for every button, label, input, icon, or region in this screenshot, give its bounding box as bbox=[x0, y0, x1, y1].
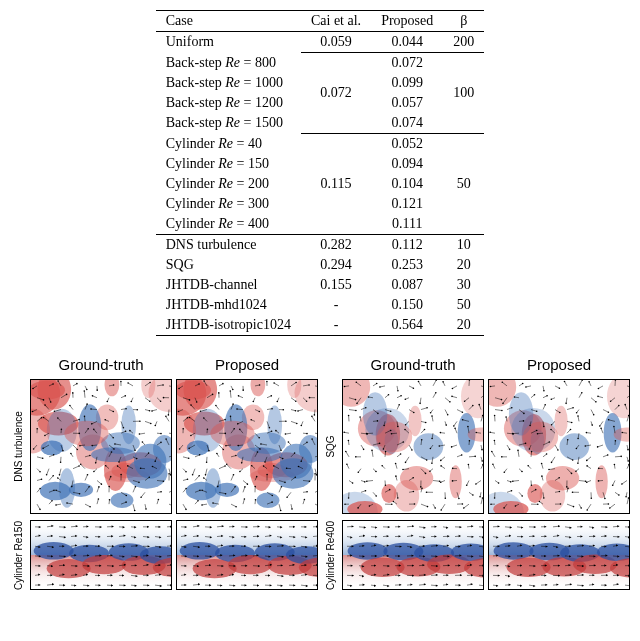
svg-point-1143 bbox=[608, 503, 610, 505]
svg-point-409 bbox=[285, 420, 287, 422]
svg-point-681 bbox=[383, 425, 385, 427]
svg-point-219 bbox=[170, 474, 171, 476]
svg-point-913 bbox=[514, 396, 516, 398]
svg-line-662 bbox=[421, 408, 427, 410]
svg-point-47 bbox=[149, 382, 151, 384]
cell-proposed: 0.074 bbox=[371, 113, 443, 134]
svg-point-987 bbox=[536, 430, 538, 432]
svg-point-1131 bbox=[537, 504, 539, 506]
svg-point-851 bbox=[393, 501, 395, 503]
svg-point-119 bbox=[150, 423, 152, 425]
svg-point-349 bbox=[212, 394, 214, 396]
svg-point-619 bbox=[442, 381, 444, 383]
svg-point-1085 bbox=[541, 475, 543, 477]
cell-cai: - bbox=[301, 315, 371, 336]
svg-line-546 bbox=[243, 487, 245, 492]
svg-point-621 bbox=[452, 388, 454, 390]
svg-point-919 bbox=[551, 399, 553, 401]
svg-point-725 bbox=[363, 449, 365, 451]
cell-case: Cylinder Re = 400 bbox=[156, 214, 301, 235]
svg-point-1023 bbox=[597, 446, 599, 448]
svg-point-113 bbox=[104, 419, 106, 421]
svg-point-191 bbox=[148, 452, 150, 454]
svg-point-767 bbox=[474, 456, 476, 458]
svg-point-345 bbox=[189, 399, 191, 401]
svg-point-351 bbox=[218, 392, 220, 394]
svg-point-695 bbox=[462, 419, 464, 421]
svg-point-292 bbox=[257, 493, 280, 509]
svg-point-865 bbox=[482, 497, 483, 499]
svg-point-65 bbox=[107, 401, 109, 403]
svg-line-778 bbox=[396, 463, 397, 468]
svg-point-435 bbox=[285, 433, 287, 435]
table-row: JHTDB-mhd1024-0.15050 bbox=[156, 295, 485, 315]
svg-line-122 bbox=[166, 416, 169, 421]
svg-point-551 bbox=[272, 495, 274, 497]
svg-point-39 bbox=[96, 389, 98, 391]
svg-point-133 bbox=[87, 428, 89, 430]
cell-cai: 0.072 bbox=[301, 53, 371, 134]
svg-point-1067 bbox=[575, 470, 577, 472]
svg-point-37 bbox=[86, 389, 88, 391]
svg-point-1087 bbox=[558, 477, 560, 479]
svg-point-817 bbox=[475, 483, 477, 485]
svg-point-555 bbox=[286, 496, 288, 498]
cell-proposed: 0.104 bbox=[371, 174, 443, 194]
svg-line-60 bbox=[84, 391, 85, 398]
col-header-1: Ground-truth bbox=[30, 356, 172, 373]
svg-point-923 bbox=[581, 392, 583, 394]
svg-point-613 bbox=[413, 387, 415, 389]
svg-point-329 bbox=[232, 389, 234, 391]
svg-point-741 bbox=[451, 446, 453, 448]
svg-point-437 bbox=[306, 433, 308, 435]
table-row: Uniform0.0590.044200 bbox=[156, 32, 485, 53]
svg-point-897 bbox=[564, 381, 566, 383]
svg-point-805 bbox=[412, 477, 414, 479]
svg-line-974 bbox=[600, 421, 603, 426]
cell-proposed: 0.087 bbox=[371, 275, 443, 295]
svg-line-582 bbox=[315, 504, 317, 506]
svg-point-545 bbox=[234, 486, 236, 488]
svg-point-783 bbox=[425, 473, 427, 475]
svg-line-146 bbox=[169, 433, 171, 434]
svg-line-1028 bbox=[492, 451, 495, 456]
svg-point-1083 bbox=[531, 484, 533, 486]
svg-point-981 bbox=[489, 432, 491, 434]
svg-point-209 bbox=[105, 465, 107, 467]
svg-point-687 bbox=[425, 422, 427, 424]
table-row: Cylinder Re = 400.1150.05250 bbox=[156, 134, 485, 155]
svg-point-667 bbox=[447, 414, 449, 416]
svg-point-803 bbox=[395, 475, 397, 477]
cell-case: Cylinder Re = 200 bbox=[156, 174, 301, 194]
svg-point-835 bbox=[445, 497, 447, 499]
svg-line-70 bbox=[145, 398, 150, 402]
svg-point-909 bbox=[501, 399, 503, 401]
svg-point-665 bbox=[430, 412, 432, 414]
svg-point-73 bbox=[160, 400, 162, 402]
svg-line-1146 bbox=[627, 498, 629, 504]
svg-point-277 bbox=[89, 506, 91, 508]
svg-point-629 bbox=[356, 403, 358, 405]
svg-point-765 bbox=[461, 454, 463, 456]
svg-point-151 bbox=[42, 448, 44, 450]
svg-point-1111 bbox=[559, 491, 561, 493]
svg-point-675 bbox=[348, 415, 350, 417]
svg-point-939 bbox=[536, 411, 538, 413]
svg-point-361 bbox=[277, 401, 279, 403]
svg-point-99 bbox=[168, 414, 170, 416]
svg-point-1133 bbox=[539, 501, 541, 503]
svg-point-325 bbox=[203, 380, 205, 382]
svg-point-115 bbox=[123, 427, 125, 429]
svg-point-611 bbox=[397, 390, 399, 392]
svg-point-135 bbox=[93, 429, 95, 431]
svg-point-41 bbox=[113, 384, 115, 386]
svg-point-223 bbox=[52, 475, 54, 477]
svg-point-155 bbox=[77, 449, 79, 451]
svg-point-1135 bbox=[560, 503, 562, 505]
svg-point-1007 bbox=[509, 449, 511, 451]
svg-point-693 bbox=[453, 425, 455, 427]
svg-point-451 bbox=[237, 445, 239, 447]
svg-point-259 bbox=[126, 495, 128, 497]
svg-point-1432 bbox=[494, 542, 534, 559]
svg-point-941 bbox=[544, 404, 546, 406]
